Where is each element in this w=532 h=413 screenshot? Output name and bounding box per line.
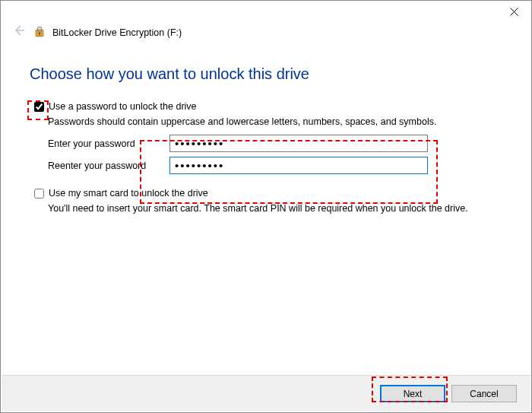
password-help-text: Passwords should contain uppercase and l… [48,116,502,127]
cancel-button[interactable]: Cancel [451,385,517,402]
svg-rect-6 [39,33,40,35]
use-smartcard-checkbox[interactable] [34,189,44,199]
window-title: BitLocker Drive Encryption (F:) [52,27,182,38]
enter-password-input[interactable] [169,135,428,152]
wizard-footer: Next Cancel [2,375,530,411]
reenter-password-label: Reenter your password [48,160,169,171]
wizard-header: BitLocker Drive Encryption (F:) [1,24,531,44]
use-smartcard-label[interactable]: Use my smart card to unlock the drive [49,188,208,199]
bitlocker-lock-icon [34,27,46,39]
reenter-password-input[interactable] [169,157,428,174]
wizard-content: Choose how you want to unlock this drive… [1,44,531,214]
close-button[interactable] [497,1,531,22]
use-password-checkbox[interactable] [34,102,44,112]
close-icon [510,8,518,16]
enter-password-label: Enter your password [48,138,169,149]
page-heading: Choose how you want to unlock this drive [30,65,502,83]
option-smartcard: Use my smart card to unlock the drive Yo… [30,188,502,214]
smartcard-help-text: You'll need to insert your smart card. T… [48,203,502,214]
back-arrow-icon [11,24,27,41]
next-button[interactable]: Next [380,385,445,402]
use-password-label[interactable]: Use a password to unlock the drive [49,101,197,112]
option-password: Use a password to unlock the drive Passw… [30,101,502,174]
title-bar [1,1,531,24]
